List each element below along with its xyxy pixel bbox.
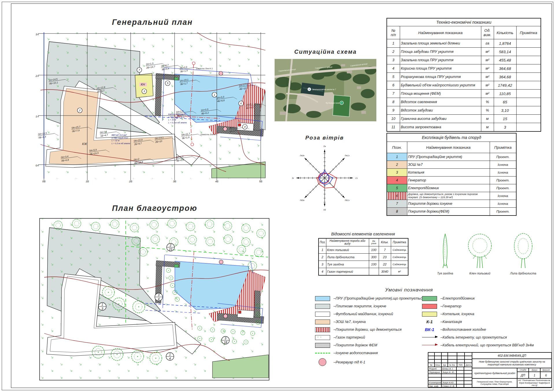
signature-cell xyxy=(456,370,464,374)
species-count-callout: 34 xyxy=(155,293,163,301)
species-count-callout: 318 xyxy=(222,337,230,344)
document-code: 402-БМ.9484549.ДП xyxy=(472,352,552,359)
table-cell: Будівельний об'єм найпростішого укриття xyxy=(400,81,481,90)
role-cell xyxy=(428,374,441,377)
greening-cell: м² xyxy=(391,268,408,276)
shape: ВВГнгд 3х4 мм² xyxy=(112,134,127,136)
table-cell: Розрахункова площа ПРУ укриття xyxy=(400,73,481,81)
table-cell: 9 xyxy=(387,106,400,115)
role-name-cell xyxy=(441,374,456,377)
shape: 1 xyxy=(214,93,215,96)
table-cell: 583,14 xyxy=(494,48,516,56)
table-row: 5Розрахункова площа ПРУ укриттям²364,68 xyxy=(387,73,541,81)
name-cell: Доріжка, що демонтується, разом з існуюч… xyxy=(407,192,490,200)
col-num: № п/п xyxy=(387,26,400,39)
expl-title: Експлікація будівель та споруд xyxy=(387,133,516,142)
shape: 7 xyxy=(138,68,140,71)
shape xyxy=(155,358,156,358)
blag-plan-base xyxy=(40,218,269,380)
shape: L = 32 м xyxy=(168,118,176,121)
legend-item: –Футбольний майданчик, існуючий xyxy=(315,311,422,317)
note-cell: Існюча xyxy=(490,200,516,208)
position-swatch-cell: 6 xyxy=(387,192,407,200)
blue-swatch-icon xyxy=(315,296,330,301)
section-name: Архітектурно-будівельний розділ xyxy=(472,368,517,378)
black-arrow-swatch-icon xyxy=(422,337,437,338)
axis-row-label: 1А xyxy=(36,115,39,118)
legend-item-label: –Покриття доріжки, що демонтується xyxy=(334,328,402,332)
signature-cell xyxy=(456,384,464,388)
empty-cell xyxy=(441,359,448,363)
stage-value-cell: ДП xyxy=(517,372,529,378)
shape xyxy=(258,314,258,315)
shape xyxy=(168,270,169,271)
red-arrow-swatch-icon xyxy=(422,345,437,345)
table-row: 7Покриття доріжки існуючеІснюча xyxy=(387,200,516,208)
table-cell xyxy=(516,56,541,64)
greening-cell xyxy=(369,268,379,276)
table-cell: Площа забудови ПРУ укриття xyxy=(400,48,481,56)
shape xyxy=(177,299,177,300)
shape: 4 xyxy=(158,297,160,301)
date-cell xyxy=(464,370,472,374)
empty-cell xyxy=(457,359,465,363)
greening-cell: 2 xyxy=(319,254,326,261)
legend-title: Умовні позначення xyxy=(315,287,503,293)
shape: L = 0,3 м під землю xyxy=(168,121,187,124)
col-unit: Од. вим. xyxy=(481,26,494,39)
position-swatch-cell: 7 xyxy=(387,200,407,208)
table-row: 4Корисна площа ПРУ укриттям²364,68 xyxy=(387,64,541,73)
empty-cell xyxy=(448,352,457,356)
expl-header-row: Позн. Найменування показника Примітка xyxy=(387,142,516,153)
legend-item-label: –Кабель інтернету, що проектується xyxy=(441,335,507,339)
shape: в ПВХ трубі Ф32 xyxy=(112,137,128,139)
shape: 1 xyxy=(169,353,171,356)
position-callout: 6 xyxy=(239,101,244,106)
table-cell: м xyxy=(481,123,494,132)
table-cell: 15 xyxy=(494,115,516,123)
axis-row-label: 0А xyxy=(36,164,39,167)
greening-header-cell: Кільк. xyxy=(379,238,391,246)
table-cell: 1,8764 xyxy=(494,39,516,48)
date-cell xyxy=(464,367,472,370)
thuja-label: Туя західна xyxy=(437,272,453,275)
table-cell xyxy=(516,123,541,132)
position-callout: 4 xyxy=(243,125,247,129)
shape: 4 xyxy=(169,357,171,360)
shape xyxy=(223,331,223,331)
role-name-cell: Семко О. В. xyxy=(441,384,456,388)
date-cell xyxy=(464,381,472,384)
shape xyxy=(118,303,119,304)
legend-item: –Існуюче водопостачання xyxy=(315,350,422,356)
yellow-swatch-icon xyxy=(422,312,437,317)
wind-direction-label: ПдСх xyxy=(345,199,350,201)
organization: НУ "Полтавська Політехніка ім. Юрія Конд… xyxy=(517,378,552,388)
wind-direction-label: Сх xyxy=(355,177,358,179)
greening-cell: 3 xyxy=(319,261,326,268)
stamp-header-cell: Арк xyxy=(441,363,448,367)
role-cell xyxy=(428,377,441,381)
shape: 4 xyxy=(244,125,245,128)
table-row: 1Загальна площа земельної ділянкига1,876… xyxy=(387,39,541,48)
wind-arrowhead xyxy=(324,150,325,152)
legend-item: –ПРУ (Протирадіаційне укриття),що проект… xyxy=(315,296,422,301)
table-row: 11Висота запроектованам3 xyxy=(387,123,541,132)
shape xyxy=(211,339,212,340)
name-cell: Покриття доріжки(ФЕМ) xyxy=(407,208,490,216)
species-count-callout: 13 xyxy=(99,303,106,311)
wind-direction-label: ПнЗх xyxy=(300,155,304,157)
shape xyxy=(172,285,173,286)
greening-cell: 100 xyxy=(369,261,379,268)
table-cell: 364,68 xyxy=(494,73,516,81)
empty-cell xyxy=(441,356,448,359)
position-swatch-cell: 3 xyxy=(387,169,407,177)
table-row: 3Туя західна10022Саджанець xyxy=(319,261,408,268)
greening-header-cell: Вік років xyxy=(369,238,379,246)
table-cell: 7 xyxy=(387,90,400,98)
table-cell: 1749,42 xyxy=(494,81,516,90)
legend-item-label: –Футбольний майданчик, існуючий xyxy=(334,312,393,316)
legend-item: –Котельня, існуюча xyxy=(422,311,546,317)
empty-cell xyxy=(434,352,441,356)
greening-header-cell: Поз. xyxy=(319,238,326,246)
legend-item: К-1–Каналізація xyxy=(422,319,546,324)
